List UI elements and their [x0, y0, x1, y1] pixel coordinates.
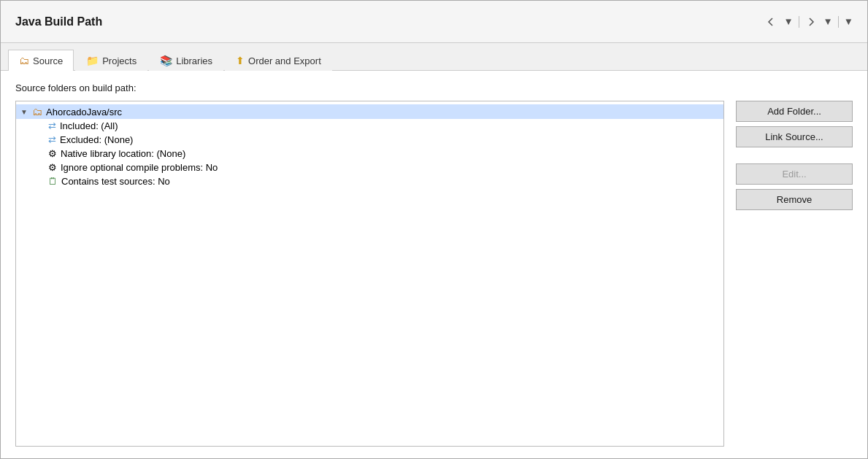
menu-dropdown[interactable]: ▼ — [842, 15, 856, 28]
content-area: 🗂 Source 📁 Projects 📚 Libraries ⬆ Order … — [1, 43, 867, 458]
included-icon: ⇄ — [48, 120, 56, 131]
tab-order-export[interactable]: ⬆ Order and Export — [225, 50, 332, 71]
main-content: Source folders on build path: ▼ 🗂 Ahorca… — [1, 71, 867, 458]
source-tab-icon: 🗂 — [19, 55, 29, 66]
buttons-panel: Add Folder... Link Source... Edit... Rem… — [736, 101, 853, 447]
tree-row-included[interactable]: ⇄ Included: (All) — [16, 119, 723, 133]
tree-row-test-sources[interactable]: 🗒 Contains test sources: No — [16, 174, 723, 188]
libraries-tab-icon: 📚 — [160, 55, 172, 66]
order-tab-icon: ⬆ — [236, 55, 245, 66]
forward-dropdown[interactable]: ▼ — [821, 15, 835, 28]
back-button[interactable] — [762, 14, 780, 30]
folder-src-icon: 🗂 — [32, 106, 42, 117]
tree-root-label: AhorcadoJava/src — [46, 107, 122, 117]
add-folder-button[interactable]: Add Folder... — [736, 101, 853, 122]
title-bar-actions: ▼ ▼ ▼ — [762, 14, 856, 30]
tab-libraries[interactable]: 📚 Libraries — [149, 50, 223, 71]
tree-row-native-lib[interactable]: ⚙ Native library location: (None) — [16, 147, 723, 161]
expand-icon-root: ▼ — [20, 108, 29, 116]
tab-bar: 🗂 Source 📁 Projects 📚 Libraries ⬆ Order … — [1, 43, 867, 71]
projects-tab-icon: 📁 — [86, 55, 99, 66]
tree-included-label: Included: (All) — [60, 120, 118, 131]
excluded-icon: ⇄ — [48, 134, 56, 145]
tab-projects[interactable]: 📁 Projects — [75, 50, 147, 71]
window-title: Java Build Path — [15, 15, 102, 28]
tab-libraries-label: Libraries — [176, 55, 212, 66]
ignore-optional-icon: ⚙ — [48, 162, 57, 173]
button-spacer — [736, 152, 853, 159]
remove-button[interactable]: Remove — [736, 189, 853, 210]
tree-test-label: Contains test sources: No — [61, 176, 170, 187]
tab-order-label: Order and Export — [248, 55, 321, 66]
edit-button[interactable]: Edit... — [736, 163, 853, 185]
split-area: ▼ 🗂 AhorcadoJava/src ⇄ Included: (All) ⇄… — [15, 101, 853, 447]
title-bar: Java Build Path ▼ ▼ ▼ — [1, 1, 867, 43]
back-dropdown[interactable]: ▼ — [781, 15, 795, 28]
tab-projects-label: Projects — [102, 55, 137, 66]
section-label: Source folders on build path: — [15, 82, 853, 93]
java-build-path-window: Java Build Path ▼ ▼ ▼ 🗂 Sour — [0, 0, 868, 459]
nav-separator-2 — [838, 16, 839, 28]
tree-row-ignore-optional[interactable]: ⚙ Ignore optional compile problems: No — [16, 161, 723, 174]
source-tree[interactable]: ▼ 🗂 AhorcadoJava/src ⇄ Included: (All) ⇄… — [15, 101, 724, 447]
test-sources-icon: 🗒 — [48, 176, 58, 187]
nav-separator — [799, 16, 799, 28]
link-source-button[interactable]: Link Source... — [736, 126, 853, 147]
tab-source[interactable]: 🗂 Source — [8, 50, 74, 71]
tree-ignore-label: Ignore optional compile problems: No — [61, 162, 218, 173]
native-lib-icon: ⚙ — [48, 148, 57, 159]
forward-button[interactable] — [802, 14, 820, 30]
tab-source-label: Source — [33, 55, 63, 66]
tree-excluded-label: Excluded: (None) — [60, 134, 133, 145]
tree-native-label: Native library location: (None) — [61, 148, 185, 159]
tree-row-excluded[interactable]: ⇄ Excluded: (None) — [16, 133, 723, 147]
tree-row-root[interactable]: ▼ 🗂 AhorcadoJava/src — [16, 104, 723, 119]
